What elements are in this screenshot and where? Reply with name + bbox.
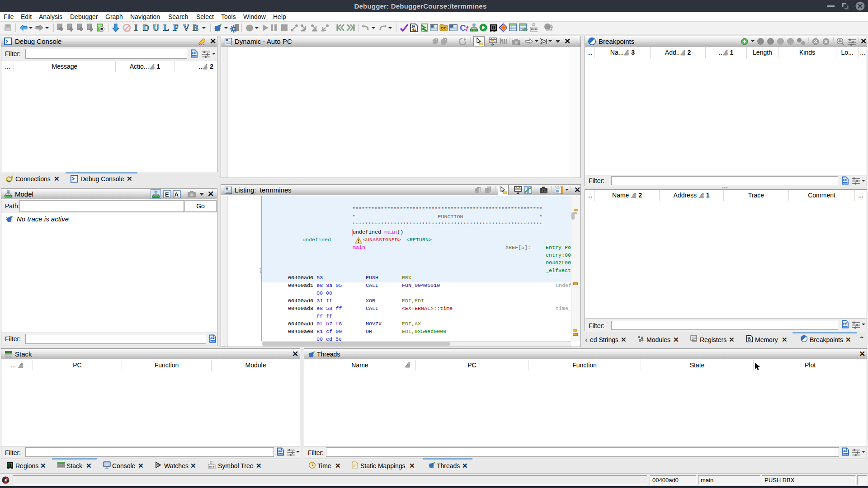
svg-text:E: E (165, 191, 169, 198)
svg-text:01: 01 (412, 28, 416, 32)
svg-text:A: A (175, 191, 179, 198)
svg-text:DT: DT (441, 26, 446, 30)
svg-text:01: 01 (748, 339, 752, 342)
